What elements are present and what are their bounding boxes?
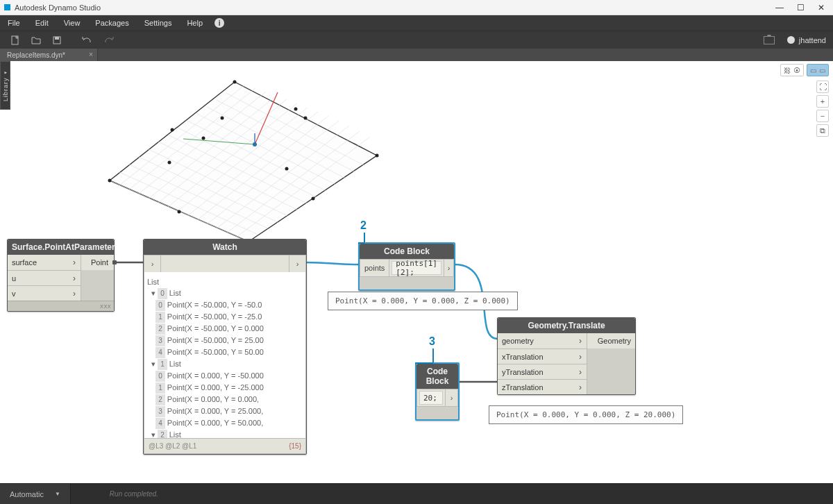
chevron-right-icon: › <box>68 274 81 283</box>
chevron-right-icon: › <box>68 258 81 267</box>
vp-view-mode-group[interactable]: ▭ ▭ <box>807 64 829 76</box>
new-file-icon[interactable] <box>7 33 24 47</box>
chevron-right-icon: › <box>68 289 81 299</box>
codeblock-output-port[interactable]: › <box>445 389 457 406</box>
save-file-icon[interactable] <box>49 33 65 47</box>
codeblock-code[interactable]: 20; <box>419 391 443 405</box>
vp-display-mode-group[interactable]: ⛓ ⦿ <box>780 64 804 76</box>
run-mode-selector[interactable]: Automatic ▼ <box>0 484 71 504</box>
translate-result-tooltip: Point(X = 0.000, Y = 0.000, Z = 20.000) <box>489 405 683 424</box>
node-title: Watch <box>144 240 306 255</box>
screenshot-icon[interactable] <box>764 36 775 44</box>
codeblock-result-tooltip: Point(X = 0.000, Y = 0.000, Z = 0.000) <box>328 292 518 310</box>
vp-mode-b-icon: ▭ <box>819 67 825 74</box>
node-code-block-points[interactable]: Code Block points points[1][2]; › <box>358 242 455 291</box>
node-code-block-20[interactable]: Code Block 20; › <box>415 362 460 421</box>
menu-bar: File Edit View Packages Settings Help i <box>0 15 833 31</box>
port-label: Point <box>87 258 112 267</box>
viewport-toolbar: ⛓ ⦿ ▭ ▭ <box>780 64 829 76</box>
node-geometry-translate[interactable]: Geometry.Translate geometry› xTranslatio… <box>497 317 636 395</box>
menu-view[interactable]: View <box>56 19 88 27</box>
callout-3-line <box>432 348 434 362</box>
main-toolbar: jhattend <box>0 31 833 49</box>
port-label: yTranslation <box>498 368 574 376</box>
library-panel-tab[interactable]: Library <box>0 61 10 110</box>
vp-link-icon: ⛓ <box>784 67 791 74</box>
menu-help[interactable]: Help <box>179 19 210 27</box>
input-port-u[interactable]: u› <box>8 270 81 285</box>
svg-point-40 <box>221 117 224 120</box>
input-port-ytranslation[interactable]: yTranslation› <box>498 364 587 379</box>
vp-zoom-out-button[interactable]: − <box>816 110 829 122</box>
window-close-button[interactable]: ✕ <box>811 3 832 12</box>
port-label: xTranslation <box>498 353 574 361</box>
title-bar: Autodesk Dynamo Studio — ☐ ✕ <box>0 0 833 15</box>
menu-edit[interactable]: Edit <box>28 19 56 27</box>
input-port-geometry[interactable]: geometry› <box>498 333 587 348</box>
watch-footer: @L3 @L2 @L1 {15} <box>144 439 306 454</box>
app-title: Autodesk Dynamo Studio <box>15 3 101 12</box>
vp-extra-button[interactable]: ⧉ <box>816 124 829 137</box>
window-minimize-button[interactable]: — <box>769 3 790 12</box>
avatar-icon <box>787 36 795 44</box>
port-label: v <box>8 289 68 298</box>
input-port-surface[interactable]: surface› <box>8 255 81 270</box>
node-title: Code Block <box>360 244 454 259</box>
output-port-point[interactable]: Point <box>81 255 114 270</box>
watch-input-port[interactable]: › <box>144 255 161 272</box>
graph-canvas[interactable]: ⛓ ⦿ ▭ ▭ ⛶ + − ⧉ Surface.PointAtParameter… <box>0 61 833 483</box>
watch-output-port[interactable]: › <box>289 255 305 272</box>
menu-settings[interactable]: Settings <box>137 19 180 27</box>
chevron-right-icon: › <box>574 367 587 377</box>
node-surface-point-at-parameter[interactable]: Surface.PointAtParameter surface› u› v› … <box>7 239 115 312</box>
codeblock-output-port[interactable]: › <box>444 260 453 276</box>
node-title: Surface.PointAtParameter <box>8 240 114 255</box>
input-port-xtranslation[interactable]: xTranslation› <box>498 348 587 364</box>
codeblock-input-port[interactable]: points <box>360 260 389 276</box>
svg-point-32 <box>108 179 112 183</box>
callout-3: 3 <box>429 335 435 348</box>
port-connector-icon[interactable] <box>112 260 117 264</box>
svg-point-37 <box>304 117 308 120</box>
input-port-ztranslation[interactable]: zTranslation› <box>498 379 587 394</box>
menu-file[interactable]: File <box>0 19 28 27</box>
chevron-right-icon: › <box>574 383 587 392</box>
vp-fit-button[interactable]: ⛶ <box>816 81 829 93</box>
document-tab[interactable]: ReplaceItems.dyn* × <box>0 49 98 61</box>
svg-point-35 <box>171 128 174 132</box>
document-tab-strip: ReplaceItems.dyn* × <box>0 49 833 61</box>
vp-zoom-in-button[interactable]: + <box>816 95 829 108</box>
user-area[interactable]: jhattend <box>787 36 826 44</box>
codeblock-code[interactable]: points[1][2]; <box>392 261 441 275</box>
watch-output-list[interactable]: List ▾ 0List 0Point(X = -50.000, Y = -50… <box>144 272 306 439</box>
undo-icon[interactable] <box>79 33 96 47</box>
info-icon[interactable]: i <box>214 18 224 28</box>
vp-target-icon: ⦿ <box>793 67 800 74</box>
port-label: geometry <box>498 337 574 345</box>
node-title: Geometry.Translate <box>498 318 635 333</box>
close-tab-icon[interactable]: × <box>89 51 93 58</box>
port-label: surface <box>8 258 68 267</box>
svg-point-42 <box>285 167 289 171</box>
node-footer: xxx <box>8 301 114 311</box>
redo-icon[interactable] <box>100 33 117 47</box>
window-maximize-button[interactable]: ☐ <box>790 3 811 12</box>
svg-point-39 <box>312 197 315 201</box>
callout-3-line-h <box>415 362 433 364</box>
viewport-nav-stack: ⛶ + − ⧉ <box>816 81 829 137</box>
svg-point-41 <box>202 137 205 140</box>
user-name: jhattend <box>799 36 826 44</box>
input-port-v[interactable]: v› <box>8 285 81 301</box>
svg-point-44 <box>168 161 171 165</box>
svg-point-36 <box>233 81 237 84</box>
status-message: Run completed. <box>110 490 158 498</box>
output-port-geometry[interactable]: Geometry <box>587 333 635 348</box>
node-watch[interactable]: Watch › › List ▾ 0List 0Point(X = -50.00… <box>143 239 307 455</box>
svg-point-38 <box>376 154 379 158</box>
watch-count: {15} <box>289 442 301 450</box>
chevron-down-icon: ▼ <box>55 491 60 497</box>
vp-mode-a-icon: ▭ <box>810 67 816 74</box>
menu-packages[interactable]: Packages <box>87 19 136 27</box>
status-bar: Automatic ▼ Run completed. <box>0 483 833 504</box>
open-file-icon[interactable] <box>28 33 44 47</box>
